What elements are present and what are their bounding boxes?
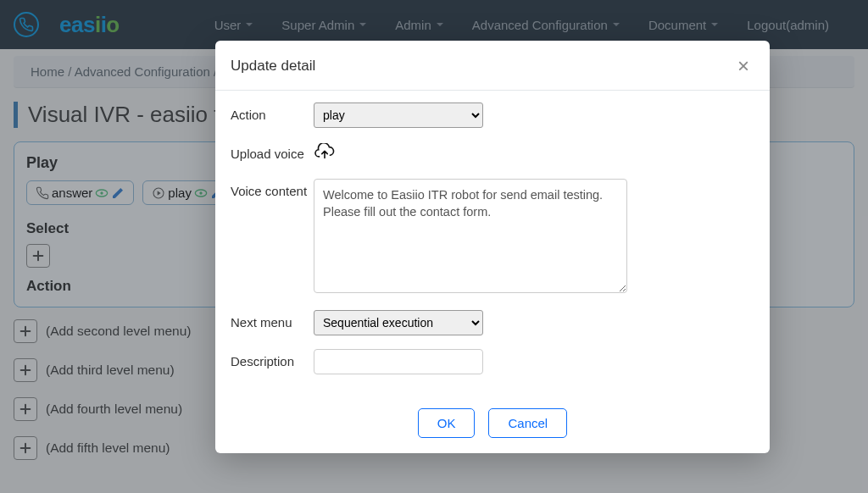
close-icon[interactable]: × — [732, 53, 754, 80]
action-label: Action — [231, 102, 314, 128]
modal-title: Update detail — [231, 58, 315, 75]
action-select[interactable]: play — [314, 102, 483, 128]
cloud-upload-icon[interactable] — [314, 143, 336, 163]
voice-content-label: Voice content — [231, 179, 314, 296]
update-detail-modal: Update detail × Action play Upload voice… — [215, 41, 770, 453]
modal-header: Update detail × — [215, 41, 770, 91]
description-input[interactable] — [314, 349, 483, 374]
description-label: Description — [231, 349, 314, 374]
next-menu-select[interactable]: Sequential execution — [314, 310, 483, 335]
ok-button[interactable]: OK — [418, 408, 476, 438]
upload-label: Upload voice — [231, 141, 314, 165]
next-menu-label: Next menu — [231, 310, 314, 335]
cancel-button[interactable]: Cancel — [488, 408, 567, 438]
voice-content-textarea[interactable] — [314, 179, 627, 293]
modal-body: Action play Upload voice Voice content N… — [215, 91, 770, 403]
modal-footer: OK Cancel — [215, 403, 770, 453]
